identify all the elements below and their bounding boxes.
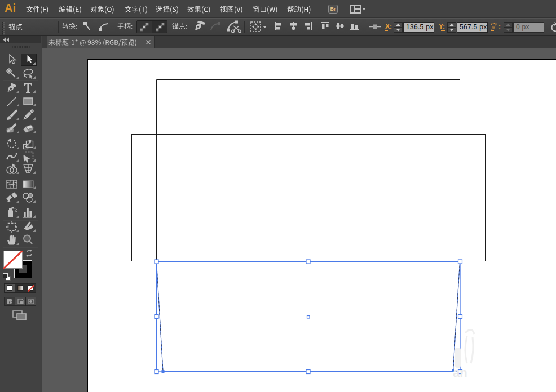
- svg-text:an: an: [453, 366, 467, 380]
